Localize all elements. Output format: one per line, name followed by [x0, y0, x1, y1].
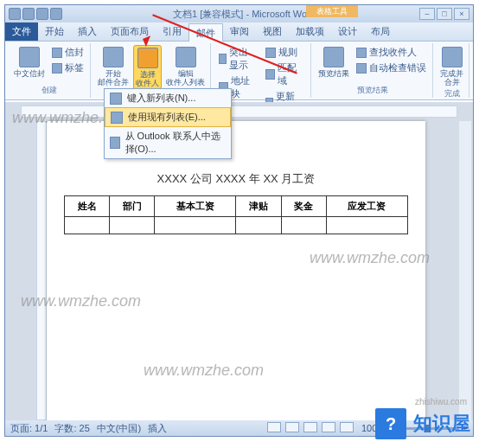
tab-home[interactable]: 开始: [38, 22, 71, 41]
close-button[interactable]: ×: [454, 8, 469, 20]
full-screen-view-button[interactable]: [285, 422, 299, 432]
page-count[interactable]: 页面: 1/1: [10, 422, 48, 435]
finish-icon: [442, 47, 463, 67]
table-row[interactable]: [65, 217, 408, 234]
outlook-icon: [110, 137, 120, 149]
envelopes-button[interactable]: 信封: [49, 45, 86, 60]
logo-subtitle: zhishiwu.com: [415, 397, 467, 406]
document-page[interactable]: XXXX 公司 XXXX 年 XX 月工资 姓名 部门 基本工资 津贴 奖金 应…: [47, 121, 425, 420]
col-total[interactable]: 应发工资: [326, 196, 407, 217]
col-base[interactable]: 基本工资: [155, 196, 236, 217]
envelope-icon: [19, 47, 40, 67]
select-recipients-button[interactable]: 选择 收件人: [133, 45, 162, 90]
rules-button[interactable]: 规则: [263, 45, 307, 60]
document-heading[interactable]: XXXX 公司 XXXX 年 XX 月工资: [47, 171, 425, 187]
ribbon-tabs: 文件 开始 插入 页面布局 引用 邮件 审阅 视图 加载项 设计 布局: [5, 22, 473, 42]
tab-review[interactable]: 审阅: [223, 22, 256, 41]
col-dept[interactable]: 部门: [110, 196, 155, 217]
tab-insert[interactable]: 插入: [71, 22, 104, 41]
start-mail-merge-button[interactable]: 开始 邮件合并: [96, 45, 131, 88]
maximize-button[interactable]: □: [437, 8, 452, 20]
word-count[interactable]: 字数: 25: [54, 422, 89, 435]
redo-icon[interactable]: [50, 8, 62, 20]
labels-button[interactable]: 标签: [49, 61, 86, 75]
edit-recipients-button[interactable]: 编辑 收件人列表: [164, 45, 207, 88]
group-create: 中文信封 信封 标签 创建: [9, 43, 91, 98]
logo-text: 知识屋: [413, 411, 470, 437]
minimize-button[interactable]: –: [419, 8, 435, 20]
insert-mode[interactable]: 插入: [148, 422, 167, 435]
edit-list-icon: [176, 47, 196, 67]
table-header-row: 姓名 部门 基本工资 津贴 奖金 应发工资: [65, 196, 408, 217]
tab-file[interactable]: 文件: [5, 22, 38, 41]
col-name[interactable]: 姓名: [65, 196, 110, 217]
outline-view-button[interactable]: [322, 422, 335, 432]
group-finish: 完成并 合并 完成: [435, 43, 469, 98]
word-icon: [9, 8, 21, 20]
print-layout-view-button[interactable]: [267, 422, 281, 432]
tab-layout[interactable]: 布局: [364, 22, 397, 41]
web-layout-view-button[interactable]: [303, 422, 317, 432]
match-fields-button[interactable]: 匹配域: [263, 61, 307, 88]
window-controls: – □ ×: [419, 8, 469, 20]
match-icon: [265, 69, 275, 80]
site-logo: ? 知识屋: [375, 408, 470, 439]
col-allowance[interactable]: 津贴: [236, 196, 281, 217]
quick-access-toolbar: [9, 8, 62, 20]
tab-design[interactable]: 设计: [331, 22, 364, 41]
tab-view[interactable]: 视图: [256, 22, 289, 41]
logo-icon: ?: [375, 408, 406, 439]
language-status[interactable]: 中文(中国): [97, 422, 141, 435]
chinese-envelope-button[interactable]: 中文信封: [12, 45, 47, 80]
contextual-tab-label: 表格工具: [306, 5, 358, 17]
tab-references[interactable]: 引用: [156, 22, 188, 41]
highlight-icon: [219, 54, 227, 64]
find-icon: [356, 48, 367, 58]
type-new-list-item[interactable]: 键入新列表(N)...: [105, 89, 231, 107]
existing-list-icon: [111, 112, 123, 124]
app-window: 表格工具 文档1 [兼容模式] - Microsoft Word – □ × 文…: [4, 4, 474, 437]
merge-icon: [103, 47, 124, 67]
recipients-icon: [137, 48, 158, 68]
rules-icon: [265, 48, 276, 58]
horizontal-ruler[interactable]: [21, 106, 457, 118]
use-existing-list-item[interactable]: 使用现有列表(E)...: [105, 107, 231, 127]
save-icon[interactable]: [22, 8, 35, 20]
select-recipients-menu: 键入新列表(N)... 使用现有列表(E)... 从 Outlook 联系人中选…: [104, 88, 232, 159]
document-area: XXXX 公司 XXXX 年 XX 月工资 姓名 部门 基本工资 津贴 奖金 应…: [5, 102, 473, 420]
find-recipient-button[interactable]: 查找收件人: [354, 45, 429, 60]
auto-check-button[interactable]: 自动检查错误: [354, 61, 429, 75]
label-icon: [52, 63, 62, 74]
col-bonus[interactable]: 奖金: [281, 196, 326, 217]
vertical-ruler[interactable]: [36, 121, 47, 420]
group-preview: 预览结果 查找收件人 自动检查错误 预览结果: [313, 43, 433, 98]
preview-results-button[interactable]: 预览结果: [316, 45, 351, 80]
preview-icon: [323, 47, 344, 67]
salary-table[interactable]: 姓名 部门 基本工资 津贴 奖金 应发工资: [64, 195, 408, 234]
window-title: 文档1 [兼容模式] - Microsoft Word: [69, 8, 419, 21]
new-list-icon: [110, 93, 122, 105]
check-icon: [356, 63, 367, 74]
tab-addins[interactable]: 加载项: [289, 22, 331, 41]
outlook-contacts-item[interactable]: 从 Outlook 联系人中选择(O)...: [105, 127, 231, 158]
finish-merge-button[interactable]: 完成并 合并: [438, 45, 465, 88]
title-bar: 文档1 [兼容模式] - Microsoft Word – □ ×: [5, 5, 473, 22]
draft-view-button[interactable]: [340, 422, 354, 432]
view-buttons: [266, 422, 354, 434]
undo-icon[interactable]: [36, 8, 48, 20]
vertical-scrollbar[interactable]: [459, 121, 471, 420]
mail-icon: [52, 48, 62, 58]
